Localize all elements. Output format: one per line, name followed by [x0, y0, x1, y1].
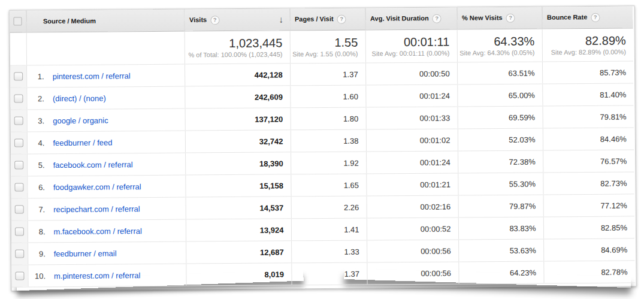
column-header-bounce-rate[interactable]: Bounce Rate? — [542, 6, 633, 29]
row-checkbox[interactable] — [14, 116, 23, 125]
summary-pages-value: 1.55 — [291, 35, 358, 49]
summary-pages-note: Site Avg: 1.55 (0.00%) — [291, 49, 358, 58]
row-checkbox[interactable] — [14, 205, 23, 213]
visits-cell: 32,742 — [185, 130, 291, 153]
visits-cell: 18,390 — [185, 152, 291, 175]
summary-bounce-value: 82.89% — [543, 34, 626, 47]
bounce-rate-cell: 84.46% — [543, 128, 634, 150]
row-checkbox[interactable] — [15, 227, 24, 235]
source-medium-cell: 5.facebook.com / referral — [27, 153, 185, 176]
row-rank: 7. — [33, 205, 45, 214]
help-icon[interactable]: ? — [591, 13, 600, 22]
avg-visit-duration-cell: 00:00:56 — [367, 240, 458, 262]
summary-bounce-cell: 82.89% Site Avg: 82.89% (0.00%) — [542, 28, 633, 62]
source-medium-link[interactable]: google / organic — [53, 116, 108, 125]
avg-visit-duration-cell: 00:00:52 — [367, 218, 458, 240]
visits-cell: 12,687 — [186, 241, 291, 264]
row-rank: 1. — [32, 72, 44, 81]
source-medium-link[interactable]: recipechart.com / referral — [53, 204, 140, 214]
percent-new-visits-cell: 52.03% — [458, 128, 543, 151]
source-medium-link[interactable]: m.pinterest.com / referral — [54, 271, 141, 280]
percent-new-visits-cell: 55.30% — [458, 173, 543, 195]
help-icon[interactable]: ? — [210, 16, 219, 25]
bounce-rate-cell: 82.78% — [543, 261, 634, 283]
row-checkbox-cell — [11, 221, 28, 243]
visits-cell: 8,019 — [186, 263, 291, 286]
column-header-source-medium[interactable]: Source / Medium — [26, 10, 184, 32]
column-header-avg-visit-duration[interactable]: Avg. Visit Duration? — [365, 7, 456, 30]
pages-per-visit-cell: 1.37 — [290, 63, 365, 86]
summary-new-visits-note: Site Avg: 64.30% (0.05%) — [458, 48, 534, 57]
source-medium-link[interactable]: (direct) / (none) — [53, 93, 106, 103]
select-all-checkbox[interactable] — [14, 17, 22, 26]
help-icon[interactable]: ? — [337, 14, 346, 23]
row-checkbox[interactable] — [14, 161, 23, 169]
bounce-rate-cell: 82.85% — [543, 216, 634, 239]
avg-visit-duration-cell: 00:02:16 — [367, 195, 458, 218]
row-checkbox[interactable] — [15, 271, 24, 280]
visits-cell: 14,537 — [186, 197, 291, 219]
summary-source-cell — [26, 31, 185, 65]
source-medium-link[interactable]: facebook.com / referral — [53, 160, 133, 170]
percent-new-visits-cell: 63.51% — [457, 62, 542, 84]
row-checkbox-cell — [11, 265, 28, 287]
percent-new-visits-cell: 72.38% — [458, 150, 543, 173]
row-checkbox[interactable] — [14, 94, 23, 102]
help-icon[interactable]: ? — [433, 14, 442, 23]
row-checkbox[interactable] — [14, 183, 23, 191]
source-medium-link[interactable]: feedburner / feed — [53, 138, 112, 147]
pages-per-visit-cell: 1.33 — [291, 240, 367, 263]
bounce-rate-cell: 85.73% — [542, 61, 633, 84]
row-checkbox-cell — [11, 243, 28, 265]
pages-per-visit-cell: 1.37 — [291, 262, 367, 285]
source-medium-cell: 2.(direct) / (none) — [26, 86, 185, 110]
summary-bounce-note: Site Avg: 82.89% (0.00%) — [543, 47, 626, 56]
pages-per-visit-cell: 1.92 — [291, 152, 366, 174]
row-checkbox-cell — [11, 110, 27, 132]
row-checkbox-cell — [11, 132, 27, 154]
percent-new-visits-cell: 64.23% — [458, 261, 543, 284]
source-medium-link[interactable]: foodgawker.com / referral — [53, 182, 141, 192]
avg-visit-duration-cell: 00:01:24 — [365, 84, 457, 107]
source-medium-cell: 9.feedburner / email — [28, 241, 186, 265]
visits-cell: 242,609 — [185, 86, 290, 108]
summary-row: 1,023,445 % of Total: 100.00% (1,023,445… — [10, 28, 633, 65]
summary-visits-note: % of Total: 100.00% (1,023,445) — [185, 50, 282, 59]
row-rank: 3. — [32, 116, 44, 125]
source-medium-cell: 4.feedburner / feed — [27, 131, 185, 154]
visits-cell: 442,128 — [185, 64, 290, 86]
column-header-visits[interactable]: Visits? ↓ — [184, 8, 289, 31]
row-checkbox-cell — [11, 198, 28, 221]
source-medium-link[interactable]: m.facebook.com / referral — [53, 226, 141, 236]
visits-cell: 13,924 — [186, 219, 291, 241]
source-medium-table: Source / Medium Visits? ↓ Pages / Visit?… — [10, 6, 634, 287]
pages-per-visit-cell: 1.65 — [291, 174, 366, 197]
row-checkbox-cell — [11, 176, 27, 198]
source-medium-cell: 1.pinterest.com / referral — [26, 64, 185, 87]
sort-desc-arrow-icon[interactable]: ↓ — [279, 14, 283, 25]
analytics-table-screenshot: Source / Medium Visits? ↓ Pages / Visit?… — [0, 0, 644, 299]
row-rank: 6. — [33, 183, 45, 192]
column-header-pages-per-visit[interactable]: Pages / Visit? — [289, 8, 365, 31]
help-icon[interactable]: ? — [506, 13, 515, 22]
row-rank: 10. — [34, 271, 46, 280]
source-medium-link[interactable]: feedburner / email — [54, 249, 117, 258]
row-checkbox-cell — [10, 65, 26, 87]
column-header-percent-new-visits[interactable]: % New Visits? — [456, 7, 542, 29]
summary-duration-note: Site Avg: 00:01:11 (0.00%) — [366, 49, 449, 58]
row-checkbox[interactable] — [14, 72, 23, 80]
column-label: Pages / Visit — [295, 15, 334, 22]
column-label: % New Visits — [462, 14, 503, 21]
pages-per-visit-cell: 1.60 — [290, 85, 365, 108]
avg-visit-duration-cell: 00:01:21 — [366, 173, 458, 196]
summary-checkbox-cell — [10, 32, 26, 65]
percent-new-visits-cell: 53.63% — [458, 239, 543, 262]
source-medium-link[interactable]: pinterest.com / referral — [53, 71, 131, 81]
row-checkbox[interactable] — [14, 138, 23, 147]
source-medium-cell: 7.recipechart.com / referral — [28, 197, 186, 221]
row-checkbox-cell — [11, 154, 27, 176]
pages-per-visit-cell: 1.41 — [291, 218, 367, 241]
avg-visit-duration-cell: 00:00:56 — [367, 262, 458, 285]
row-rank: 9. — [34, 249, 46, 258]
row-checkbox[interactable] — [15, 249, 24, 258]
